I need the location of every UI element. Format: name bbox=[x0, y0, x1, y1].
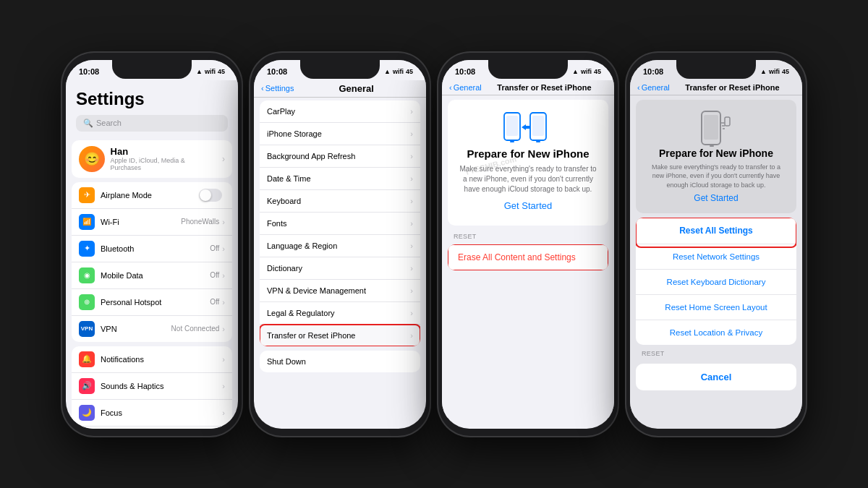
wifi-icon-2: wifi bbox=[393, 68, 404, 75]
shut-down-label: Shut Down bbox=[267, 357, 413, 366]
reset-section-label: Reset bbox=[442, 230, 614, 241]
get-started-button[interactable]: Get Started bbox=[504, 200, 552, 211]
wifi-value: PhoneWalls bbox=[181, 218, 219, 226]
date-time-item[interactable]: Date & Time › bbox=[260, 168, 420, 190]
airplane-icon: ✈ bbox=[79, 187, 95, 203]
transfer-reset-label: Transfer or Reset iPhone bbox=[267, 331, 410, 340]
cancel-button[interactable]: Cancel bbox=[636, 364, 796, 390]
battery-icon-3: 45 bbox=[594, 68, 601, 75]
notch-3 bbox=[488, 60, 568, 79]
transfer-reset-chevron-icon: › bbox=[410, 331, 413, 340]
bg-app-refresh-chevron-icon: › bbox=[410, 152, 413, 160]
signal-icon-3: ▲ bbox=[572, 68, 579, 75]
phone-3: 10:08 ▲ wifi 45 ‹ General Transfer or Re… bbox=[438, 53, 618, 436]
user-profile[interactable]: 😊 Han Apple ID, iCloud, Media & Purchase… bbox=[72, 140, 232, 178]
general-nav-bar: ‹ Settings General bbox=[254, 80, 426, 98]
transfer-reset-item[interactable]: Transfer or Reset iPhone › bbox=[260, 325, 420, 346]
transfer-back-button[interactable]: ‹ General bbox=[449, 83, 482, 92]
svg-rect-4 bbox=[532, 116, 544, 136]
bluetooth-item[interactable]: ✦ Bluetooth Off › bbox=[72, 236, 232, 262]
keyboard-label: Keyboard bbox=[267, 197, 410, 205]
language-region-chevron-icon: › bbox=[410, 241, 413, 250]
carplay-item[interactable]: CarPlay › bbox=[260, 100, 420, 123]
reset-home-screen-option[interactable]: Reset Home Screen Layout bbox=[636, 295, 796, 320]
hotspot-chevron-icon: › bbox=[222, 298, 225, 307]
network-group: ✈ Airplane Mode 📶 Wi-Fi PhoneWalls › ✦ bbox=[72, 182, 232, 342]
reset-location-option[interactable]: Reset Location & Privacy bbox=[636, 320, 796, 345]
general-list-group: CarPlay › iPhone Storage › Background Ap… bbox=[260, 100, 420, 346]
focus-chevron-icon: › bbox=[222, 408, 225, 417]
notif-label: Notifications bbox=[101, 355, 222, 364]
legal-item[interactable]: Legal & Regulatory › bbox=[260, 302, 420, 325]
transfer-nav-bar: ‹ General Transfer or Reset iPhone bbox=[442, 80, 614, 95]
vpn-device-label: VPN & Device Management bbox=[267, 286, 410, 295]
iphone-storage-label: iPhone Storage bbox=[267, 129, 410, 138]
vpn-label: VPN bbox=[101, 325, 171, 333]
mobile-value: Off bbox=[210, 271, 219, 279]
erase-button[interactable]: Erase All Content and Settings bbox=[448, 244, 608, 270]
notch-4 bbox=[676, 60, 756, 79]
fonts-item[interactable]: Fonts › bbox=[260, 213, 420, 235]
sounds-label: Sounds & Haptics bbox=[101, 382, 222, 390]
status-time-1: 10:08 bbox=[79, 67, 99, 76]
airplane-mode-item[interactable]: ✈ Airplane Mode bbox=[72, 182, 232, 209]
reset-screen-content: Prepare for New iPhone Make sure everyth… bbox=[630, 95, 802, 418]
settings-screen: Settings 🔍 Search 😊 Han Apple ID, iCloud… bbox=[66, 80, 238, 429]
hotspot-item[interactable]: ⊕ Personal Hotspot Off › bbox=[72, 289, 232, 316]
bg-app-refresh-item[interactable]: Background App Refresh › bbox=[260, 145, 420, 168]
get-started-4[interactable]: Get Started bbox=[694, 193, 738, 203]
keyboard-item[interactable]: Keyboard › bbox=[260, 190, 420, 213]
phone-4: 10:08 ▲ wifi 45 ‹ General Transfer or Re… bbox=[626, 53, 806, 436]
user-info: Han Apple ID, iCloud, Media & Purchases bbox=[111, 146, 216, 171]
bluetooth-label: Bluetooth bbox=[101, 244, 210, 253]
dictionary-label: Dictionary bbox=[267, 264, 410, 273]
screen-time-item[interactable]: ⏱ Screen Time › bbox=[72, 427, 232, 429]
search-bar[interactable]: 🔍 Search bbox=[76, 115, 228, 132]
reset-all-settings-option[interactable]: Reset All Settings bbox=[636, 218, 796, 244]
focus-icon: 🌙 bbox=[79, 405, 95, 421]
status-icons-1: ▲ wifi 45 bbox=[196, 68, 225, 75]
general-back-button[interactable]: ‹ Settings bbox=[261, 84, 294, 93]
mobile-chevron-icon: › bbox=[222, 271, 225, 280]
user-chevron-icon: › bbox=[222, 154, 225, 164]
svg-rect-7 bbox=[704, 115, 718, 140]
reset-nav-title: Transfer or Reset iPhone bbox=[685, 83, 779, 92]
focus-item[interactable]: 🌙 Focus › bbox=[72, 400, 232, 427]
signal-icon-4: ▲ bbox=[760, 68, 767, 75]
reset-keyboard-option[interactable]: Reset Keyboard Dictionary bbox=[636, 270, 796, 295]
status-icons-2: ▲ wifi 45 bbox=[384, 68, 413, 75]
vpn-item[interactable]: VPN VPN Not Connected › bbox=[72, 316, 232, 342]
cancel-container: Cancel bbox=[636, 364, 796, 390]
notifications-group: 🔔 Notifications › 🔊 Sounds & Haptics › 🌙… bbox=[72, 346, 232, 429]
status-time-4: 10:08 bbox=[643, 67, 663, 76]
iphone-storage-item[interactable]: iPhone Storage › bbox=[260, 123, 420, 145]
reset-back-button[interactable]: ‹ General bbox=[637, 83, 670, 92]
shut-down-item[interactable]: Shut Down bbox=[260, 351, 420, 372]
airplane-toggle[interactable] bbox=[199, 189, 222, 202]
reset-network-option[interactable]: Reset Network Settings bbox=[636, 244, 796, 270]
sounds-item[interactable]: 🔊 Sounds & Haptics › bbox=[72, 373, 232, 400]
wifi-chevron-icon: › bbox=[222, 218, 225, 226]
wifi-item[interactable]: 📶 Wi-Fi PhoneWalls › bbox=[72, 209, 232, 236]
mobile-icon: ◉ bbox=[79, 267, 95, 283]
notifications-item[interactable]: 🔔 Notifications › bbox=[72, 346, 232, 373]
language-region-item[interactable]: Language & Region › bbox=[260, 235, 420, 257]
phone-2: 10:08 ▲ wifi 45 ‹ Settings General CarPl… bbox=[250, 53, 430, 436]
signal-icon-2: ▲ bbox=[384, 68, 391, 75]
notch-1 bbox=[112, 60, 192, 79]
fonts-chevron-icon: › bbox=[410, 219, 413, 228]
vpn-device-chevron-icon: › bbox=[410, 286, 413, 295]
dictionary-item[interactable]: Dictionary › bbox=[260, 257, 420, 280]
transfer-phones-icon bbox=[503, 110, 553, 147]
notif-icon: 🔔 bbox=[79, 351, 95, 367]
bluetooth-icon: ✦ bbox=[79, 241, 95, 257]
prepare-card-4: Prepare for New iPhone Make sure everyth… bbox=[636, 100, 796, 214]
carplay-chevron-icon: › bbox=[410, 107, 413, 116]
prepare-desc-4: Make sure everything's ready to transfer… bbox=[647, 163, 785, 190]
battery-icon-4: 45 bbox=[782, 68, 789, 75]
hotspot-icon: ⊕ bbox=[79, 294, 95, 310]
erase-container: Erase All Content and Settings bbox=[448, 244, 608, 270]
language-region-label: Language & Region bbox=[267, 241, 410, 250]
vpn-device-item[interactable]: VPN & Device Management › bbox=[260, 280, 420, 302]
mobile-data-item[interactable]: ◉ Mobile Data Off › bbox=[72, 262, 232, 289]
